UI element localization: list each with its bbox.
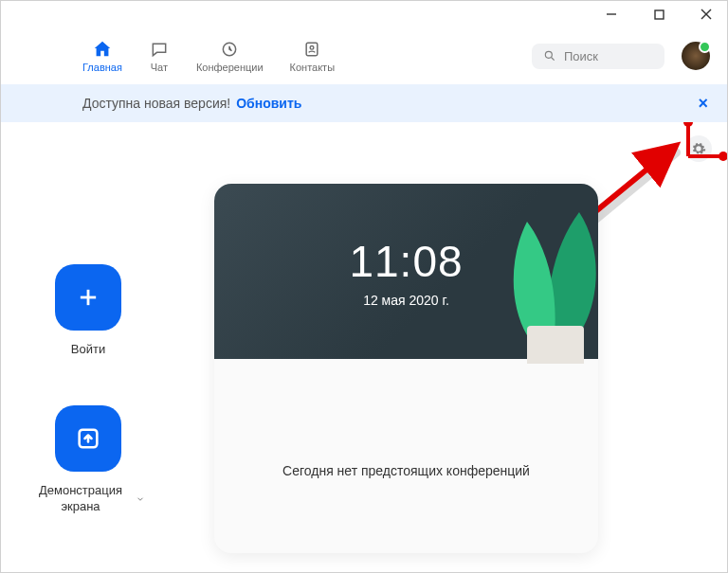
settings-button[interactable] [685, 135, 712, 162]
tab-chat-label: Чат [151, 62, 168, 73]
home-icon [92, 39, 113, 60]
avatar[interactable] [682, 42, 710, 70]
search-placeholder: Поиск [564, 49, 598, 63]
clock-icon [219, 39, 240, 60]
plus-icon [75, 284, 101, 311]
banner-close-icon[interactable]: × [698, 94, 708, 114]
tab-home-label: Главная [82, 62, 122, 73]
close-button[interactable] [693, 9, 719, 20]
gear-icon [691, 141, 706, 156]
svg-line-8 [552, 58, 555, 61]
join-button[interactable] [55, 264, 121, 331]
contacts-icon [301, 39, 322, 60]
plant-decoration [494, 184, 598, 364]
tab-contacts[interactable]: Контакты [290, 39, 336, 73]
tab-chat[interactable]: Чат [149, 39, 170, 73]
share-label-text: Демонстрация экрана [31, 483, 130, 515]
svg-rect-18 [527, 326, 584, 364]
svg-point-12 [719, 152, 728, 161]
share-label: Демонстрация экрана [31, 483, 145, 515]
chevron-down-icon[interactable] [136, 494, 145, 504]
card-header: 11:08 12 мая 2020 г. [214, 184, 598, 359]
top-nav: Главная Чат Конференции Контакты Поиск [1, 27, 727, 84]
svg-point-6 [310, 46, 314, 50]
maximize-button[interactable] [646, 9, 672, 20]
join-action: Войти [31, 264, 145, 358]
update-banner: Доступна новая версия! Обновить × [1, 84, 727, 122]
tab-meetings[interactable]: Конференции [196, 39, 264, 73]
no-meetings-text: Сегодня нет предстоящих конференций [214, 463, 598, 478]
chat-icon [149, 39, 170, 60]
search-input[interactable]: Поиск [532, 44, 664, 69]
svg-point-7 [545, 51, 552, 58]
svg-point-9 [683, 122, 693, 127]
main-area: Войти Демонстрация экрана 11:08 12 мая 2… [1, 122, 727, 573]
schedule-card: 11:08 12 мая 2020 г. Сегодня нет предсто… [214, 184, 598, 553]
search-icon [543, 49, 556, 63]
banner-update-link[interactable]: Обновить [236, 96, 301, 111]
clock-time: 11:08 [349, 236, 463, 287]
share-action: Демонстрация экрана [31, 405, 145, 515]
minimize-button[interactable] [598, 9, 625, 20]
svg-rect-1 [655, 10, 664, 19]
tab-home[interactable]: Главная [82, 39, 122, 73]
window-titlebar [1, 1, 727, 27]
tab-contacts-label: Контакты [290, 62, 336, 73]
banner-text: Доступна новая версия! [82, 96, 230, 111]
join-label: Войти [71, 342, 105, 358]
tab-meetings-label: Конференции [196, 62, 264, 73]
share-button[interactable] [55, 405, 121, 472]
share-up-icon [75, 425, 101, 452]
clock-date: 12 мая 2020 г. [363, 293, 449, 308]
